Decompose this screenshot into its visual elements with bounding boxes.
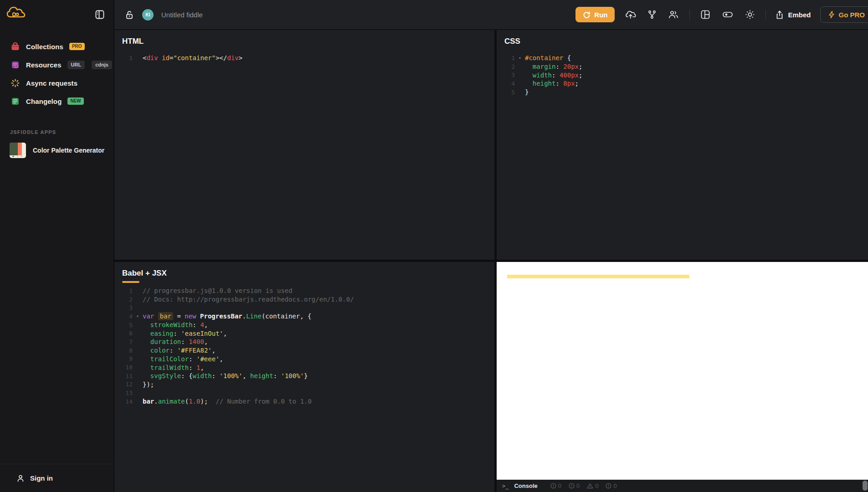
sign-in-button[interactable]: Sign in xyxy=(0,464,113,492)
privacy-button[interactable] xyxy=(124,9,134,20)
log-circle-icon xyxy=(569,483,575,489)
error-circle-icon xyxy=(550,483,556,489)
fold-arrow-icon[interactable]: ▾ xyxy=(515,56,525,60)
pro-badge: PRO xyxy=(69,43,85,50)
app-label: Color Palette Generator xyxy=(33,147,104,154)
sidebar-item-async-requests[interactable]: Async requests xyxy=(0,74,113,92)
code-line[interactable]: 2 margin: 20px; xyxy=(497,62,868,71)
sidebar-item-color-palette-generator[interactable]: Color Palette Generator xyxy=(0,139,113,161)
code-text: height: 8px; xyxy=(525,80,579,87)
sidebar-item-label: Collections xyxy=(26,43,63,51)
line-number: 9 xyxy=(114,355,133,362)
code-line[interactable]: 1<div id="container"></div> xyxy=(114,54,494,62)
embed-button[interactable]: Embed xyxy=(776,10,811,20)
collaborate-button[interactable] xyxy=(667,9,680,20)
console-warning-counter[interactable]: 0 xyxy=(587,482,598,489)
line-number: 4 xyxy=(114,313,133,320)
css-code-editor[interactable]: 1▾#container {2 margin: 20px;3 width: 40… xyxy=(497,54,868,96)
sign-in-label: Sign in xyxy=(30,474,53,482)
code-line[interactable]: 7 duration: 1400, xyxy=(114,338,494,346)
counter-value: 0 xyxy=(558,482,561,489)
divider xyxy=(765,10,766,20)
line-number: 13 xyxy=(114,390,133,396)
code-text: strokeWidth: 4, xyxy=(143,321,208,328)
code-text: // progressbar.js@1.0.0 version is used xyxy=(143,287,293,294)
code-line[interactable]: 10 trailWidth: 1, xyxy=(114,363,494,372)
counter-value: 0 xyxy=(613,482,616,489)
code-line[interactable]: 4 height: 8px; xyxy=(497,79,868,88)
counter-value: 0 xyxy=(576,482,580,489)
code-line[interactable]: 6 easing: 'easeInOut', xyxy=(114,329,494,338)
code-text: svgStyle: {width: '100%', height: '100%'… xyxy=(143,372,308,379)
console-counters: 0 0 0 0 xyxy=(550,482,617,489)
run-button[interactable]: Run xyxy=(575,7,615,22)
progress-bar xyxy=(507,275,689,278)
code-line[interactable]: 1// progressbar.js@1.0.0 version is used xyxy=(114,287,494,295)
avatar[interactable]: KI xyxy=(142,9,154,20)
code-text: }); xyxy=(143,381,154,388)
code-line[interactable]: 5} xyxy=(497,88,868,97)
code-line[interactable]: 1▾#container { xyxy=(497,54,868,62)
code-line[interactable]: 13 xyxy=(114,389,494,397)
save-button[interactable] xyxy=(624,9,637,20)
collections-bag-icon xyxy=(10,41,20,51)
warning-triangle-icon xyxy=(587,483,593,489)
code-line[interactable]: 2// Docs: http://progressbarjs.readthedo… xyxy=(114,295,494,304)
line-number: 3 xyxy=(114,304,133,311)
changelog-icon xyxy=(10,96,20,106)
code-text: } xyxy=(525,88,529,96)
sidebar-toggle-button[interactable] xyxy=(94,9,105,20)
console-info-counter[interactable]: 0 xyxy=(606,482,616,489)
layout-button[interactable] xyxy=(699,9,711,20)
code-line[interactable]: 11 svgStyle: {width: '100%', height: '10… xyxy=(114,372,494,380)
code-text: width: 400px; xyxy=(525,72,582,79)
line-number: 14 xyxy=(114,398,133,405)
divider xyxy=(689,10,690,20)
users-icon xyxy=(668,10,679,20)
header-actions: Run xyxy=(575,6,868,23)
js-code-editor[interactable]: 1// progressbar.js@1.0.0 version is used… xyxy=(114,287,494,406)
go-pro-button[interactable]: Go PRO xyxy=(820,6,868,23)
console-bar[interactable]: >_ Console 0 0 0 xyxy=(497,480,868,492)
code-line[interactable]: 3 xyxy=(114,303,494,312)
code-line[interactable]: 8 color: '#FFEA82', xyxy=(114,346,494,355)
sidebar-nav: Collections PRO Resources URL cdnjs 1 xyxy=(0,29,113,110)
code-line[interactable]: 3 width: 400px; xyxy=(497,71,868,79)
console-error-counter[interactable]: 0 xyxy=(550,482,561,489)
html-code-editor[interactable]: 1<div id="container"></div> xyxy=(114,54,494,62)
sidebar-item-collections[interactable]: Collections PRO xyxy=(0,37,113,56)
share-icon xyxy=(776,10,784,20)
line-number: 5 xyxy=(497,89,515,96)
settings-toggle-button[interactable] xyxy=(721,9,734,20)
code-text: margin: 20px; xyxy=(525,63,582,70)
line-number: 2 xyxy=(497,63,515,70)
js-panel-title: Babel + JSX xyxy=(114,262,494,278)
line-number: 4 xyxy=(497,80,515,87)
info-circle-icon xyxy=(606,483,611,489)
run-refresh-icon xyxy=(583,11,591,19)
code-line[interactable]: 4▾var bar = new ProgressBar.Line(contain… xyxy=(114,312,494,321)
line-number: 8 xyxy=(114,347,133,354)
fork-button[interactable] xyxy=(647,9,657,20)
code-text: // Docs: http://progressbarjs.readthedoc… xyxy=(143,296,354,303)
fold-arrow-icon[interactable]: ▾ xyxy=(133,314,143,318)
scrollbar-thumb[interactable] xyxy=(863,481,868,491)
sidebar-item-changelog[interactable]: Changelog NEW xyxy=(0,92,113,110)
fiddle-title[interactable]: Untitled fiddle xyxy=(161,11,203,19)
layout-icon xyxy=(700,10,710,20)
code-line[interactable]: 14bar.animate(1.0); // Number from 0.0 t… xyxy=(114,397,494,406)
code-line[interactable]: 12}); xyxy=(114,380,494,389)
active-tab-indicator xyxy=(122,281,139,283)
html-panel-title: HTML xyxy=(114,30,494,46)
run-label: Run xyxy=(594,11,607,19)
jsfiddle-logo[interactable] xyxy=(6,4,26,22)
embed-label: Embed xyxy=(788,11,811,19)
sidebar-toggle-icon xyxy=(95,10,105,20)
sidebar: Collections PRO Resources URL cdnjs 1 xyxy=(0,0,114,492)
theme-button[interactable] xyxy=(744,9,756,20)
console-log-counter[interactable]: 0 xyxy=(569,482,580,489)
code-line[interactable]: 5 strokeWidth: 4, xyxy=(114,321,494,329)
sidebar-item-resources[interactable]: Resources URL cdnjs 1 xyxy=(0,56,113,74)
code-line[interactable]: 9 trailColor: '#eee', xyxy=(114,355,494,364)
line-number: 1 xyxy=(497,55,515,62)
